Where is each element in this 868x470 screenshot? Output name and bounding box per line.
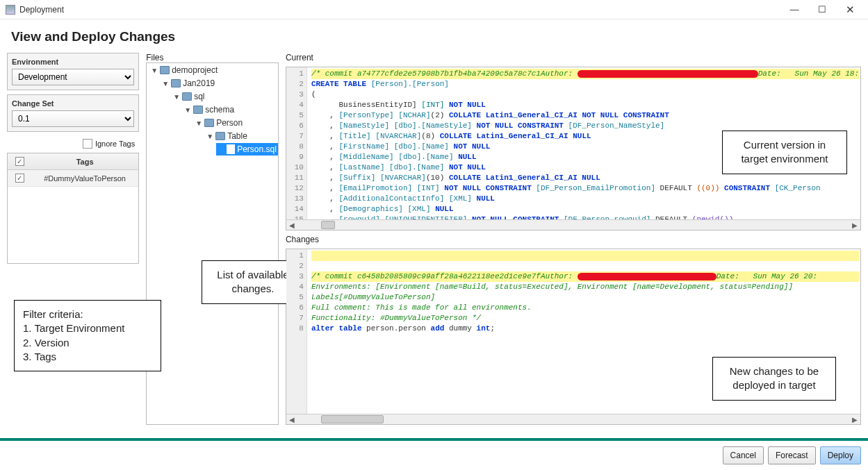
folder-icon <box>204 119 214 127</box>
folder-icon <box>160 66 170 74</box>
minimize-button[interactable]: — <box>780 1 808 18</box>
ignore-tags-label: Ignore Tags <box>95 140 135 148</box>
close-button[interactable]: ✕ <box>836 1 864 18</box>
callout-changes: New changes to be deployed in target <box>712 357 836 401</box>
window-title: Deployment <box>19 5 780 15</box>
callout-filter: Filter criteria: 1. Target Environment 2… <box>14 300 161 371</box>
changes-label: Changes <box>286 235 861 244</box>
forecast-button[interactable]: Forecast <box>768 446 816 464</box>
tags-header-check[interactable]: ✓ <box>15 157 24 166</box>
chevron-down-icon[interactable]: ▼ <box>162 80 169 87</box>
environment-select[interactable]: Development <box>12 69 134 85</box>
deploy-button[interactable]: Deploy <box>820 446 861 464</box>
chevron-down-icon[interactable]: ▼ <box>195 119 202 127</box>
chevron-down-icon[interactable]: ▼ <box>151 67 158 74</box>
folder-icon <box>215 132 225 140</box>
ignore-tags-checkbox[interactable] <box>83 139 92 149</box>
environment-label: Environment <box>12 58 134 66</box>
chevron-down-icon[interactable]: ▼ <box>184 106 191 114</box>
titlebar: Deployment — ☐ ✕ <box>0 0 868 19</box>
current-label: Current <box>286 53 861 62</box>
h-scrollbar[interactable]: ◀▶ <box>286 219 860 230</box>
file-icon <box>227 144 235 154</box>
callout-current: Current version in target environment <box>722 131 847 174</box>
changeset-select[interactable]: 0.1 <box>12 110 134 127</box>
files-tree[interactable]: ▼demoproject ▼Jan2019 ▼sql ▼schema ▼Pers… <box>146 62 279 425</box>
tag-value: #DummyValueToPerson <box>31 174 138 183</box>
code-panel-group: Current 123456789101112131415 /* commit … <box>286 53 861 425</box>
gutter: 123456789101112131415 <box>286 67 307 219</box>
h-scrollbar[interactable]: ◀▶ <box>286 414 860 424</box>
table-row[interactable]: ✓ #DummyValueToPerson <box>8 170 138 187</box>
files-panel: Files ▼demoproject ▼Jan2019 ▼sql ▼schema… <box>146 53 279 425</box>
filter-panel: Environment Development Change Set 0.1 I… <box>7 53 139 425</box>
redacted <box>578 273 716 280</box>
changeset-label: Change Set <box>12 99 134 108</box>
folder-icon <box>182 92 192 101</box>
chevron-down-icon[interactable]: ▼ <box>206 133 213 140</box>
tags-table: ✓ Tags ✓ #DummyValueToPerson <box>7 153 139 264</box>
folder-icon <box>193 106 203 114</box>
tags-header-label: Tags <box>31 158 138 166</box>
chevron-down-icon[interactable]: ▼ <box>173 93 180 101</box>
tag-check[interactable]: ✓ <box>15 174 24 183</box>
cancel-button[interactable]: Cancel <box>723 446 764 464</box>
footer: Cancel Forecast Deploy <box>0 438 868 470</box>
app-icon <box>6 5 15 15</box>
tree-file-selected[interactable]: Person.sql <box>216 143 278 156</box>
redacted <box>578 70 758 78</box>
files-label: Files <box>146 53 279 62</box>
page-title: View and Deploy Changes <box>0 19 868 53</box>
folder-icon <box>171 79 181 87</box>
gutter: 12345678 <box>286 249 307 414</box>
maximize-button[interactable]: ☐ <box>808 1 836 18</box>
